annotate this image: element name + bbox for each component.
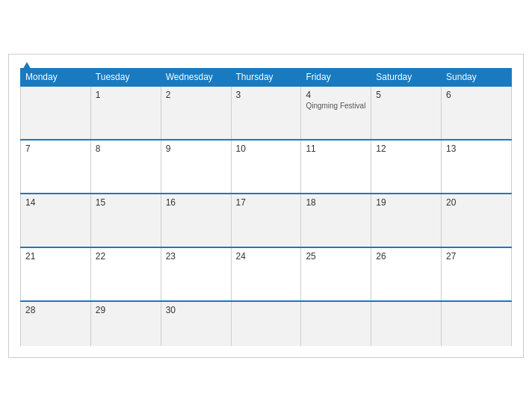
calendar-cell: 15	[90, 194, 161, 247]
holiday-label: Qingming Festival	[306, 102, 366, 110]
weekday-header-wednesday: Wednesday	[161, 68, 231, 86]
calendar-cell: 23	[161, 247, 231, 301]
day-number: 15	[96, 197, 156, 208]
calendar-cell: 3	[231, 86, 301, 140]
logo	[20, 62, 32, 72]
day-number: 2	[166, 90, 226, 100]
weekday-header-saturday: Saturday	[371, 68, 442, 86]
calendar-cell: 21	[21, 247, 91, 301]
day-number: 30	[166, 305, 226, 315]
calendar-cell: 22	[90, 247, 161, 301]
calendar-cell: 6	[442, 86, 512, 140]
calendar-cell: 7	[21, 140, 91, 194]
day-number: 20	[446, 197, 507, 208]
calendar-cell: 20	[442, 194, 512, 247]
calendar-cell: 10	[231, 140, 301, 194]
calendar-cell: 30	[161, 301, 231, 346]
day-number: 21	[25, 251, 86, 262]
week-row-4: 21222324252627	[21, 247, 512, 301]
calendar-cell	[442, 301, 512, 346]
calendar-cell: 25	[301, 247, 371, 301]
day-number: 5	[376, 90, 436, 100]
calendar-cell: 1	[90, 86, 161, 140]
calendar-cell: 2	[161, 86, 231, 140]
calendar-cell: 12	[371, 140, 442, 194]
weekday-header-tuesday: Tuesday	[90, 68, 161, 86]
day-number: 18	[306, 197, 366, 208]
week-row-2: 78910111213	[21, 140, 512, 194]
day-number: 4	[306, 90, 366, 100]
calendar-grid: MondayTuesdayWednesdayThursdayFridaySatu…	[20, 68, 512, 346]
calendar-container: MondayTuesdayWednesdayThursdayFridaySatu…	[8, 54, 524, 358]
calendar-cell	[231, 301, 301, 346]
logo-triangle-icon	[22, 62, 32, 71]
logo-blue-text	[20, 62, 32, 72]
calendar-cell: 19	[371, 194, 442, 247]
calendar-cell: 26	[371, 247, 442, 301]
day-number: 23	[166, 251, 226, 262]
day-number: 28	[25, 305, 86, 315]
day-number: 7	[25, 143, 86, 154]
day-number: 17	[236, 197, 297, 208]
calendar-cell: 4Qingming Festival	[301, 86, 371, 140]
day-number: 26	[376, 251, 436, 262]
weekday-header-thursday: Thursday	[231, 68, 301, 86]
day-number: 6	[446, 90, 507, 100]
day-number: 22	[96, 251, 156, 262]
calendar-cell: 14	[21, 194, 91, 247]
day-number: 14	[25, 197, 86, 208]
calendar-cell	[371, 301, 442, 346]
week-row-1: 1234Qingming Festival56	[21, 86, 512, 140]
weekday-header-friday: Friday	[301, 68, 371, 86]
calendar-cell: 29	[90, 301, 161, 346]
calendar-cell: 11	[301, 140, 371, 194]
day-number: 11	[306, 143, 366, 154]
day-number: 16	[166, 197, 226, 208]
day-number: 1	[96, 90, 156, 100]
calendar-cell: 13	[442, 140, 512, 194]
day-number: 10	[236, 143, 297, 154]
calendar-cell	[21, 86, 91, 140]
calendar-cell	[301, 301, 371, 346]
day-number: 3	[236, 90, 297, 100]
calendar-cell: 17	[231, 194, 301, 247]
day-number: 19	[376, 197, 436, 208]
day-number: 27	[446, 251, 507, 262]
day-number: 13	[446, 143, 507, 154]
week-row-5: 282930	[21, 301, 512, 346]
calendar-cell: 16	[161, 194, 231, 247]
calendar-cell: 9	[161, 140, 231, 194]
day-number: 9	[166, 143, 226, 154]
calendar-cell: 27	[442, 247, 512, 301]
calendar-cell: 18	[301, 194, 371, 247]
day-number: 25	[306, 251, 366, 262]
calendar-cell: 24	[231, 247, 301, 301]
day-number: 12	[376, 143, 436, 154]
calendar-cell: 8	[90, 140, 161, 194]
day-number: 24	[236, 251, 297, 262]
calendar-cell: 5	[371, 86, 442, 140]
calendar-cell: 28	[21, 301, 91, 346]
calendar-thead: MondayTuesdayWednesdayThursdayFridaySatu…	[21, 68, 512, 86]
day-number: 8	[96, 143, 156, 154]
calendar-body: 1234Qingming Festival5678910111213141516…	[21, 86, 512, 346]
day-number: 29	[96, 305, 156, 315]
week-row-3: 14151617181920	[21, 194, 512, 247]
weekday-header-sunday: Sunday	[442, 68, 512, 86]
weekday-header-row: MondayTuesdayWednesdayThursdayFridaySatu…	[21, 68, 512, 86]
